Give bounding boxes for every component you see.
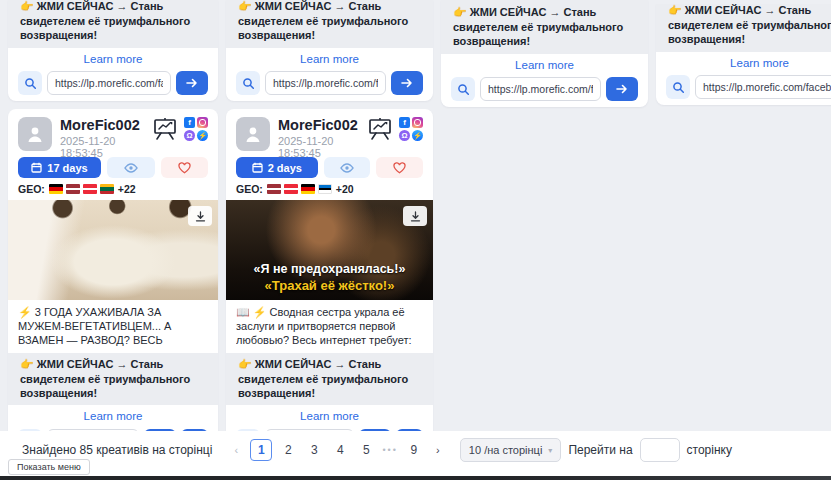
creative-image-wedding[interactable] bbox=[8, 200, 218, 300]
goto-page-input[interactable] bbox=[640, 438, 680, 462]
presentation-chart-icon[interactable] bbox=[152, 117, 178, 141]
geo-label: GEO: bbox=[236, 183, 263, 195]
creative-card-partial: ИНТЕРНЕТ ЖДЁТ ЕЁ СМЕР... more 👉 ЖМИ СЕЙЧ… bbox=[441, 0, 648, 107]
open-url-button[interactable] bbox=[176, 71, 208, 95]
flag-at-icon bbox=[83, 184, 97, 194]
days-active-button[interactable]: 2 days bbox=[236, 157, 318, 178]
geo-row: GEO: +20 bbox=[236, 183, 423, 194]
card-actions: 17 days bbox=[18, 157, 208, 178]
creative-datetime: 2025-11-20 18:53:45 bbox=[60, 135, 144, 159]
creative-card-partial: 👉 ЖМИ СЕЙЧАС → Стань свидетелем её триум… bbox=[226, 0, 433, 101]
learn-more-link[interactable]: Learn more bbox=[236, 410, 423, 423]
learn-more-link[interactable]: Learn more bbox=[226, 53, 433, 65]
geo-more-count: +20 bbox=[336, 183, 354, 195]
download-image-icon[interactable] bbox=[403, 206, 427, 226]
url-row bbox=[18, 71, 208, 95]
days-active-button[interactable]: 17 days bbox=[18, 157, 101, 178]
creative-card-partial: 👉 ЖМИ СЕЙЧАС → Стань свидетелем её триум… bbox=[8, 0, 218, 101]
account-name: MoreFic002 bbox=[278, 117, 359, 134]
geo-label: GEO: bbox=[18, 183, 45, 195]
chevron-down-icon: ▾ bbox=[548, 446, 552, 455]
search-icon[interactable] bbox=[451, 77, 475, 101]
ad-text: ⚡ 3 ГОДА УХАЖИВАЛА ЗА МУЖЕМ-ВЕГЕТАТИВЦЕМ… bbox=[18, 306, 208, 347]
views-eye-button[interactable] bbox=[324, 157, 371, 178]
cta-band: 👉 ЖМИ СЕЙЧАС → Стань свидетелем её триум… bbox=[8, 353, 218, 405]
facebook-icon: f bbox=[184, 117, 195, 128]
next-page-icon[interactable]: › bbox=[431, 444, 445, 456]
creative-card-partial: 👉 ЖМИ СЕЙЧАС → Стань свидетелем её триум… bbox=[656, 4, 831, 105]
flag-de-icon bbox=[49, 184, 63, 194]
learn-more-link[interactable]: Learn more bbox=[18, 410, 208, 423]
account-info: MoreFic002 2025-11-20 18:53:45 bbox=[278, 117, 359, 159]
search-icon[interactable] bbox=[18, 71, 42, 95]
presentation-chart-icon[interactable] bbox=[367, 117, 393, 141]
ad-text-emoji: 📖 ⚡ bbox=[236, 306, 267, 318]
download-image-icon[interactable] bbox=[188, 206, 212, 226]
instagram-icon bbox=[412, 117, 423, 128]
geo-row: GEO: +22 bbox=[18, 183, 208, 194]
landing-url-input[interactable] bbox=[480, 77, 601, 101]
column-4: 👉 ЖМИ СЕЙЧАС → Стань свидетелем её триум… bbox=[656, 0, 831, 105]
creative-datetime: 2025-11-20 18:53:45 bbox=[278, 135, 359, 159]
card-header: MoreFic002 2025-11-20 18:53:45 f Ω ⚡ bbox=[236, 117, 423, 151]
page-ellipsis[interactable]: ••• bbox=[382, 445, 397, 455]
open-url-button[interactable] bbox=[606, 77, 638, 101]
url-row bbox=[236, 71, 423, 95]
header-icons: f Ω ⚡ bbox=[152, 117, 208, 141]
flag-at-icon bbox=[284, 184, 298, 194]
image-overlay-text: «Я не предохранялась!» «Трахай её жёстко… bbox=[226, 262, 433, 294]
page-number-9[interactable]: 9 bbox=[404, 440, 424, 460]
audience-network-icon: Ω bbox=[184, 130, 195, 141]
landing-url-input[interactable] bbox=[47, 71, 171, 95]
geo-flags bbox=[267, 184, 332, 194]
creatives-library-page: 👉 ЖМИ СЕЙЧАС → Стань свидетелем её триум… bbox=[0, 0, 831, 480]
cta-band: 👉 ЖМИ СЕЙЧАС → Стань свидетелем её триум… bbox=[8, 0, 218, 48]
facebook-icon: f bbox=[399, 117, 410, 128]
page-number-4[interactable]: 4 bbox=[330, 440, 350, 460]
show-menu-button[interactable]: Показать меню bbox=[8, 459, 90, 475]
landing-url-input[interactable] bbox=[695, 75, 831, 99]
page-number-3[interactable]: 3 bbox=[304, 440, 324, 460]
page-number-1[interactable]: 1 bbox=[250, 439, 272, 461]
instagram-icon bbox=[197, 117, 208, 128]
column-2: 👉 ЖМИ СЕЙЧАС → Стань свидетелем её триум… bbox=[226, 0, 433, 442]
search-icon[interactable] bbox=[666, 75, 690, 99]
learn-more-link[interactable]: Learn more bbox=[441, 59, 648, 71]
account-name: MoreFic002 bbox=[60, 117, 144, 134]
learn-more-link[interactable]: Learn more bbox=[8, 53, 218, 65]
favorite-heart-button[interactable] bbox=[376, 157, 423, 178]
platforms-group: f Ω ⚡ bbox=[184, 117, 208, 141]
header-icons: f Ω ⚡ bbox=[367, 117, 423, 141]
page-numbers: 12345•••9 bbox=[250, 439, 423, 461]
creative-image-dark[interactable]: «Я не предохранялась!» «Трахай её жёстко… bbox=[226, 200, 433, 300]
open-url-button[interactable] bbox=[391, 71, 423, 95]
page-number-2[interactable]: 2 bbox=[278, 440, 298, 460]
page-number-5[interactable]: 5 bbox=[356, 440, 376, 460]
search-icon[interactable] bbox=[236, 71, 260, 95]
favorite-heart-button[interactable] bbox=[161, 157, 209, 178]
landing-url-input[interactable] bbox=[265, 71, 386, 95]
geo-flags bbox=[49, 184, 114, 194]
url-row bbox=[451, 77, 638, 101]
ad-text: 📖 ⚡ Сводная сестра украла её заслуги и п… bbox=[236, 306, 423, 347]
goto-prefix-label: Перейти на bbox=[568, 443, 632, 457]
flag-ee-icon bbox=[318, 184, 332, 194]
per-page-select[interactable]: 10 /на сторінці ▾ bbox=[460, 438, 562, 462]
url-row bbox=[666, 75, 831, 99]
overlay-line-1: «Я не предохранялась!» bbox=[226, 262, 433, 278]
ad-text-emoji: ⚡ bbox=[18, 306, 32, 318]
cta-band: 👉 ЖМИ СЕЙЧАС → Стань свидетелем её триум… bbox=[226, 0, 433, 48]
creative-card: MoreFic002 2025-11-20 18:53:45 f Ω ⚡ bbox=[226, 109, 433, 442]
card-header: MoreFic002 2025-11-20 18:53:45 f Ω ⚡ bbox=[18, 117, 208, 151]
prev-page-icon[interactable]: ‹ bbox=[229, 444, 243, 456]
avatar bbox=[236, 117, 270, 151]
views-eye-button[interactable] bbox=[107, 157, 155, 178]
flag-lv-icon bbox=[66, 184, 80, 194]
flag-de-icon bbox=[301, 184, 315, 194]
card-actions: 2 days bbox=[236, 157, 423, 178]
bottom-edge-strip bbox=[0, 476, 831, 480]
learn-more-link[interactable]: Learn more bbox=[656, 57, 831, 69]
pagination-bar: Знайдено 85 креативів на сторінці ‹ 1234… bbox=[22, 438, 732, 462]
cta-band: 👉 ЖМИ СЕЙЧАС → Стань свидетелем её триум… bbox=[441, 0, 648, 54]
geo-more-count: +22 bbox=[118, 183, 136, 195]
